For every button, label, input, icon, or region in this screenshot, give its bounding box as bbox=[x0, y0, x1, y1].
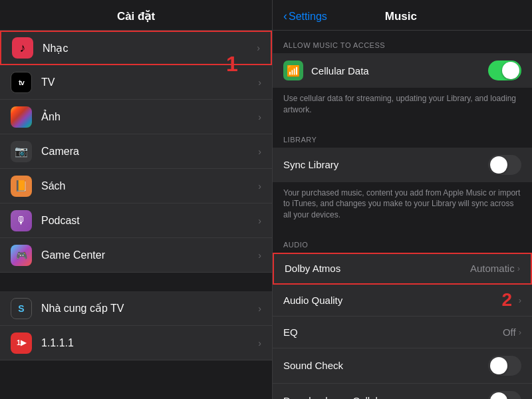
list-item-camera[interactable]: 📷 Camera › bbox=[0, 134, 272, 169]
chevron-left-icon: ‹ bbox=[283, 9, 287, 23]
list-item-tv[interactable]: tv TV › bbox=[0, 65, 272, 100]
tvprovider-icon: S bbox=[11, 298, 32, 319]
item-label-tvprovider: Nhà cung cấp TV bbox=[41, 302, 258, 315]
item-label-camera: Camera bbox=[41, 146, 258, 158]
settings-row-eq[interactable]: EQ Off › bbox=[273, 317, 532, 348]
item-label-1111: 1.1.1.1 bbox=[41, 337, 258, 349]
item-label-podcast: Podcast bbox=[41, 215, 258, 227]
settings-row-downloadcellular[interactable]: Download over Cellular bbox=[273, 384, 532, 399]
left-panel: Cài đặt ♪ Nhạc › tv TV › Ảnh › 📷 bbox=[0, 0, 273, 399]
settings-row-soundcheck[interactable]: Sound Check bbox=[273, 348, 532, 384]
section-label-allow: ALLOW MUSIC TO ACCESS bbox=[273, 31, 532, 53]
dolbyatmos-value: Automatic bbox=[470, 263, 515, 274]
dolbyatmos-label: Dolby Atmos bbox=[285, 263, 470, 274]
list-item-anh[interactable]: Ảnh › bbox=[0, 100, 272, 134]
list-item-tvprovider[interactable]: S Nhà cung cấp TV › bbox=[0, 291, 272, 326]
books-icon: 📙 bbox=[11, 176, 32, 197]
chevron-icon-tv: › bbox=[258, 77, 261, 88]
podcast-icon: 🎙 bbox=[11, 210, 32, 231]
cellular-toggle[interactable] bbox=[488, 61, 521, 80]
settings-row-synclibrary[interactable]: Sync Library bbox=[273, 148, 532, 182]
1111-icon: 1▶ bbox=[11, 332, 32, 354]
settings-group-allow: 📶 Cellular Data bbox=[273, 53, 532, 88]
chevron-icon-audioquality: › bbox=[519, 295, 521, 305]
settings-group-library: Sync Library bbox=[273, 148, 532, 182]
downloadcellular-toggle[interactable] bbox=[488, 391, 521, 399]
chevron-icon-podcast: › bbox=[258, 215, 261, 226]
item-label-nhac: Nhạc bbox=[43, 42, 257, 55]
chevron-icon-dolbyatmos: › bbox=[517, 263, 520, 273]
photos-icon bbox=[11, 106, 32, 128]
toggle-knob-synclibrary bbox=[490, 156, 507, 174]
item-label-sach: Sách bbox=[41, 180, 258, 192]
chevron-icon-anh: › bbox=[258, 112, 261, 122]
list-item-nhac[interactable]: ♪ Nhạc › bbox=[0, 31, 272, 65]
item-label-gamecenter: Game Center bbox=[41, 249, 258, 261]
settings-group-audio: Dolby Atmos Automatic › Audio Quality 2 … bbox=[273, 253, 532, 399]
list-item-sach[interactable]: 📙 Sách › bbox=[0, 169, 272, 203]
soundcheck-label: Sound Check bbox=[283, 360, 488, 371]
left-list: ♪ Nhạc › tv TV › Ảnh › 📷 Camera › bbox=[0, 31, 272, 399]
toggle-knob-downloadcellular bbox=[490, 392, 507, 399]
section-label-audio: AUDIO bbox=[273, 230, 532, 253]
chevron-icon-camera: › bbox=[258, 146, 261, 157]
soundcheck-toggle[interactable] bbox=[488, 356, 521, 376]
music-icon: ♪ bbox=[12, 37, 33, 59]
left-header: Cài đặt bbox=[0, 0, 272, 31]
right-header: ‹ Settings Music bbox=[273, 0, 532, 31]
right-title: Music bbox=[327, 10, 475, 23]
left-title: Cài đặt bbox=[117, 10, 155, 23]
chevron-icon-gamecenter: › bbox=[258, 250, 261, 261]
section-label-library: LIBRARY bbox=[273, 125, 532, 148]
eq-label: EQ bbox=[283, 327, 503, 338]
cellular-label: Cellular Data bbox=[311, 65, 488, 76]
tv-icon: tv bbox=[11, 72, 32, 93]
gamecenter-icon: 🎮 bbox=[11, 245, 32, 266]
list-item-gamecenter[interactable]: 🎮 Game Center › bbox=[0, 238, 272, 273]
right-panel: ‹ Settings Music ALLOW MUSIC TO ACCESS 📶… bbox=[273, 0, 532, 399]
synclibrary-toggle[interactable] bbox=[488, 155, 521, 175]
separator-gap bbox=[0, 273, 272, 291]
audioquality-label: Audio Quality bbox=[283, 295, 519, 306]
chevron-icon-sach: › bbox=[258, 181, 261, 192]
cellular-icon: 📶 bbox=[283, 61, 303, 80]
chevron-icon-eq: › bbox=[519, 327, 521, 337]
chevron-icon-1111: › bbox=[258, 338, 261, 348]
cellular-description: Use cellular data for streaming, updatin… bbox=[273, 88, 532, 125]
settings-row-dolbyatmos[interactable]: Dolby Atmos Automatic › bbox=[273, 253, 532, 285]
synclibrary-label: Sync Library bbox=[283, 159, 488, 170]
settings-row-audioquality[interactable]: Audio Quality 2 › bbox=[273, 285, 532, 317]
list-item-podcast[interactable]: 🎙 Podcast › bbox=[0, 203, 272, 238]
toggle-knob-soundcheck bbox=[490, 357, 507, 374]
back-button[interactable]: ‹ Settings bbox=[283, 9, 327, 23]
badge-2: 2 bbox=[501, 289, 512, 311]
settings-row-cellular[interactable]: 📶 Cellular Data bbox=[273, 53, 532, 88]
downloadcellular-label: Download over Cellular bbox=[283, 395, 488, 399]
toggle-knob-cellular bbox=[502, 62, 519, 79]
right-content: ALLOW MUSIC TO ACCESS 📶 Cellular Data Us… bbox=[273, 31, 532, 399]
synclibrary-description: Your purchased music, content you add fr… bbox=[273, 182, 532, 230]
item-label-anh: Ảnh bbox=[41, 110, 258, 123]
list-item-1111[interactable]: 1▶ 1.1.1.1 › bbox=[0, 326, 272, 360]
chevron-icon-tvprovider: › bbox=[258, 303, 261, 314]
camera-icon: 📷 bbox=[11, 141, 32, 162]
chevron-icon-nhac: › bbox=[257, 43, 260, 53]
back-label: Settings bbox=[289, 11, 327, 23]
item-label-tv: TV bbox=[41, 76, 258, 88]
eq-value: Off bbox=[503, 327, 516, 338]
